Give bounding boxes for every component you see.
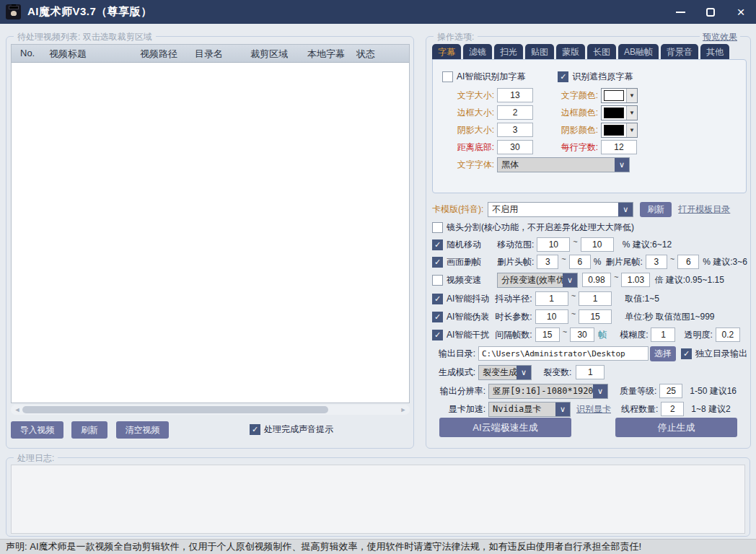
- bottom-margin-input[interactable]: [497, 140, 533, 154]
- interval-max-input[interactable]: [570, 327, 594, 342]
- column-subtitle: 本地字幕: [307, 48, 345, 61]
- tab-mask[interactable]: 蒙版: [556, 44, 585, 60]
- tail-frame-min-input[interactable]: [646, 255, 667, 269]
- disguise-hint: 单位:秒 取值范围1~999: [625, 311, 714, 323]
- resolution-dropdown[interactable]: 竖屏[9:16]-1080*1920 ∨: [488, 384, 608, 399]
- clear-video-button[interactable]: 清空视频: [116, 421, 169, 439]
- close-button[interactable]: ×: [733, 4, 749, 20]
- chevron-down-icon[interactable]: ∨: [618, 203, 633, 216]
- threads-input[interactable]: [661, 402, 684, 416]
- head-frame-min-input[interactable]: [537, 255, 558, 269]
- output-dir-input[interactable]: [478, 346, 649, 361]
- border-size-input[interactable]: [497, 105, 533, 120]
- shadow-size-input[interactable]: [497, 123, 533, 137]
- text-color-dropdown[interactable]: ▼: [601, 88, 638, 103]
- chevron-down-icon[interactable]: ∨: [563, 273, 577, 287]
- gen-mode-dropdown[interactable]: 裂变生成 ∨: [478, 365, 532, 380]
- horizontal-scrollbar[interactable]: ◄ ►: [11, 405, 410, 415]
- sound-alert-checkbox[interactable]: 处理完成声音提示: [250, 423, 333, 436]
- font-value: 黑体: [498, 158, 615, 172]
- chars-per-line-input[interactable]: [601, 140, 637, 154]
- chevron-down-icon[interactable]: ∨: [555, 403, 570, 416]
- chevron-down-icon[interactable]: ∨: [615, 158, 629, 172]
- speed-mode-dropdown[interactable]: 分段变速(效率优先) ∨: [497, 273, 578, 288]
- minimize-button[interactable]: [672, 4, 688, 20]
- border-color-dropdown[interactable]: ▼: [601, 105, 638, 120]
- ai-add-subtitle-checkbox[interactable]: AI智能识别加字幕: [442, 71, 525, 83]
- duration-min-input[interactable]: [535, 309, 568, 324]
- chevron-down-icon[interactable]: ▼: [626, 89, 637, 102]
- opacity-input[interactable]: [716, 327, 740, 342]
- blur-input[interactable]: [651, 327, 675, 342]
- speed-hint: 倍 建议:0.95~1.15: [654, 274, 724, 286]
- tab-sticker[interactable]: 贴图: [525, 44, 554, 60]
- maximize-button[interactable]: [703, 4, 718, 20]
- tab-long-image[interactable]: 长图: [587, 44, 616, 60]
- refresh-list-button[interactable]: 刷新: [71, 421, 107, 439]
- scroll-left-icon[interactable]: ◄: [12, 405, 22, 414]
- tilde-separator: ~: [571, 291, 576, 300]
- import-video-button[interactable]: 导入视频: [11, 421, 63, 439]
- card-template-dropdown[interactable]: 不启用 ∨: [488, 202, 633, 217]
- interval-min-input[interactable]: [535, 327, 560, 342]
- independent-dir-checkbox[interactable]: 独立目录输出: [681, 348, 747, 360]
- checkbox-icon[interactable]: [432, 294, 443, 304]
- log-group-label: 处理日志:: [14, 452, 58, 465]
- mask-original-subtitle-checkbox[interactable]: 识别遮挡原字幕: [558, 71, 633, 83]
- font-dropdown[interactable]: 黑体 ∨: [497, 157, 630, 172]
- chevron-down-icon[interactable]: ▼: [626, 123, 637, 137]
- preview-effect-link[interactable]: 预览效果: [700, 31, 740, 43]
- chevron-down-icon[interactable]: ▼: [626, 106, 637, 120]
- duration-max-input[interactable]: [579, 309, 612, 324]
- ai-interfere-checkbox[interactable]: AI智能干扰: [432, 329, 489, 341]
- gpu-dropdown[interactable]: Nvidia显卡 ∨: [488, 402, 571, 417]
- checkbox-icon[interactable]: [432, 239, 443, 250]
- cloud-generate-button[interactable]: AI云端极速生成: [439, 418, 571, 437]
- tab-subtitle[interactable]: 字幕: [432, 44, 461, 60]
- open-template-dir-link[interactable]: 打开模板目录: [678, 203, 730, 216]
- tail-frame-max-input[interactable]: [677, 255, 699, 269]
- head-frame-max-input[interactable]: [569, 255, 591, 269]
- speed-max-input[interactable]: [621, 273, 650, 287]
- checkbox-icon[interactable]: [432, 275, 443, 286]
- scrollbar-thumb[interactable]: [22, 406, 328, 413]
- scroll-right-icon[interactable]: ►: [398, 405, 408, 414]
- checkbox-icon[interactable]: [558, 71, 568, 82]
- stop-generate-button[interactable]: 停止生成: [615, 418, 737, 437]
- checkbox-icon[interactable]: [442, 71, 453, 82]
- fission-count-input[interactable]: [576, 365, 605, 379]
- ai-shake-checkbox[interactable]: AI智能抖动: [432, 293, 489, 305]
- checkbox-icon[interactable]: [250, 424, 260, 435]
- quality-input[interactable]: [659, 384, 682, 398]
- ai-disguise-checkbox[interactable]: AI智能伪装: [432, 311, 489, 323]
- shadow-color-dropdown[interactable]: ▼: [601, 123, 638, 138]
- template-refresh-button[interactable]: 刷新: [640, 202, 672, 217]
- checkbox-icon[interactable]: [432, 222, 443, 233]
- choose-dir-button[interactable]: 选择: [650, 346, 676, 361]
- ai-add-subtitle-label: AI智能识别加字幕: [457, 71, 525, 83]
- move-range-max-input[interactable]: [581, 237, 614, 252]
- shot-split-checkbox[interactable]: 镜头分割(核心功能，不开启差异化处理大大降低): [432, 221, 634, 234]
- shake-radius-max-input[interactable]: [579, 291, 612, 306]
- checkbox-icon[interactable]: [432, 257, 443, 268]
- tab-background-audio[interactable]: 背景音: [661, 44, 698, 60]
- tab-ab-blend[interactable]: AB融帧: [618, 44, 659, 60]
- video-table-body[interactable]: [12, 63, 409, 403]
- tab-other[interactable]: 其他: [700, 44, 729, 60]
- chevron-down-icon[interactable]: ∨: [517, 366, 531, 379]
- detect-gpu-link[interactable]: 识别显卡: [576, 403, 611, 416]
- speed-change-checkbox[interactable]: 视频变速: [432, 274, 481, 286]
- tab-filter[interactable]: 滤镜: [463, 44, 492, 60]
- frame-delete-checkbox[interactable]: 画面删帧: [432, 256, 481, 268]
- speed-min-input[interactable]: [582, 273, 611, 287]
- chevron-down-icon[interactable]: ∨: [593, 384, 607, 398]
- random-move-checkbox[interactable]: 随机移动: [432, 239, 481, 251]
- checkbox-icon[interactable]: [432, 330, 443, 340]
- checkbox-icon[interactable]: [432, 312, 443, 322]
- text-size-input[interactable]: [497, 88, 533, 102]
- tab-sweep-light[interactable]: 扫光: [494, 44, 523, 60]
- shot-split-label: 镜头分割(核心功能，不开启差异化处理大大降低): [447, 221, 634, 234]
- shake-radius-min-input[interactable]: [535, 291, 568, 306]
- move-range-min-input[interactable]: [537, 237, 570, 252]
- checkbox-icon[interactable]: [681, 348, 692, 359]
